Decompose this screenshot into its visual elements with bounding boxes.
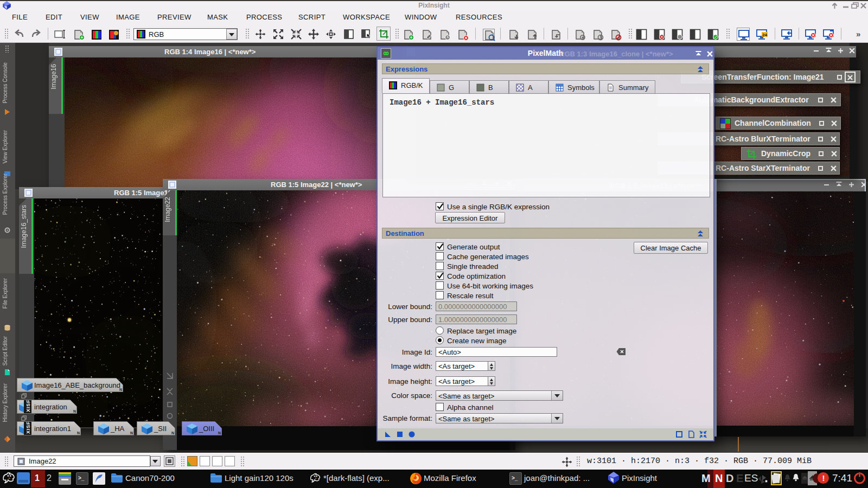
svg-text:XISF: XISF — [25, 422, 31, 434]
svg-text:24: 24 — [762, 33, 767, 37]
svg-text:XISF: XISF — [25, 400, 31, 412]
